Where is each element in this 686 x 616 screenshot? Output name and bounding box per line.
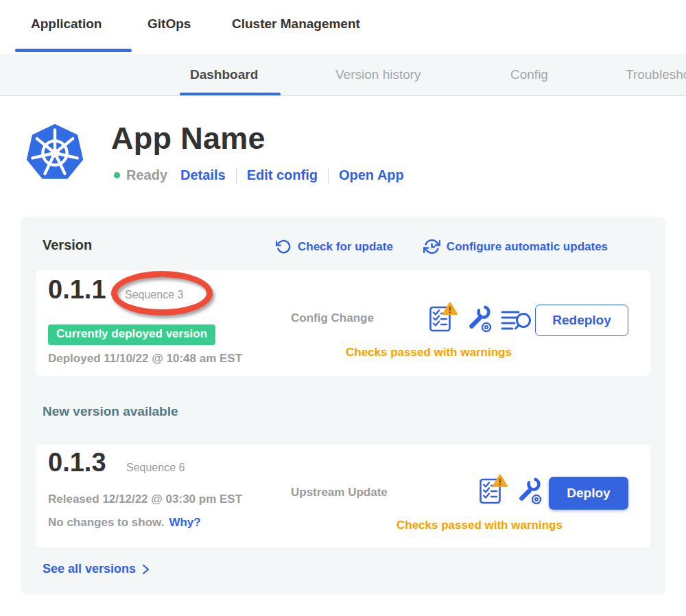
status-dot-icon (114, 172, 120, 178)
active-subtab-underline (180, 93, 281, 96)
config-wrench-icon[interactable] (466, 305, 492, 333)
subnav-tab-version-history[interactable]: Version history (335, 67, 421, 82)
check-for-update-link[interactable]: Check for update (276, 239, 393, 254)
preflight-checks-warning-icon[interactable] (428, 301, 458, 333)
active-tab-underline (15, 49, 132, 52)
new-version-sequence: Sequence 6 (126, 462, 185, 474)
version-panel-title: Version (43, 237, 92, 253)
nav-tab-gitops[interactable]: GitOps (147, 16, 191, 32)
see-all-versions-link[interactable]: See all versions (43, 562, 150, 576)
version-source-label: Upstream Update (291, 486, 388, 499)
current-version-card: 0.1.1 Sequence 3 Currently deployed vers… (36, 270, 650, 376)
current-version-number: 0.1.1 (48, 275, 106, 305)
checks-passed-warnings-text: Checks passed with warnings (346, 346, 512, 359)
configure-automatic-updates-label: Configure automatic updates (447, 240, 608, 254)
new-version-card: 0.1.3 Sequence 6 Released 12/12/22 @ 03:… (36, 445, 650, 547)
kubernetes-logo-icon (25, 121, 85, 185)
configure-automatic-updates-link[interactable]: Configure automatic updates (423, 238, 608, 255)
nav-tab-application[interactable]: Application (31, 16, 102, 32)
refresh-icon (276, 239, 292, 254)
divider (328, 168, 329, 183)
checks-passed-warnings-text: Checks passed with warnings (397, 519, 563, 532)
details-link[interactable]: Details (180, 167, 226, 183)
see-all-versions-label: See all versions (43, 562, 136, 576)
nav-tab-cluster-management[interactable]: Cluster Management (232, 16, 360, 32)
version-source-label: Config Change (291, 311, 374, 325)
auto-update-clock-icon (423, 238, 440, 255)
page-title: App Name (111, 121, 265, 156)
new-version-available-heading: New version available (43, 404, 178, 419)
open-app-link[interactable]: Open App (339, 167, 404, 183)
divider (236, 168, 237, 183)
status-label: Ready (126, 167, 167, 183)
why-link[interactable]: Why? (169, 516, 200, 530)
version-panel: Version Check for update Configure autom… (21, 217, 665, 594)
deployed-timestamp: Deployed 11/10/22 @ 10:48 am EST (48, 352, 242, 366)
deploy-button[interactable]: Deploy (549, 477, 628, 510)
config-wrench-icon[interactable] (517, 477, 542, 506)
current-version-check-icons (428, 301, 532, 333)
no-changes-row: No changes to show. Why? (48, 516, 201, 530)
currently-deployed-badge: Currently deployed version (48, 324, 215, 345)
version-panel-actions: Check for update Configure automatic upd… (276, 238, 608, 255)
subnav-tab-config[interactable]: Config (510, 67, 548, 82)
no-changes-text: No changes to show. (48, 516, 164, 530)
secondary-nav: Dashboard Version history Config Trouble… (0, 54, 686, 96)
primary-nav: Application GitOps Cluster Management (0, 0, 686, 54)
preflight-checks-warning-icon[interactable] (478, 473, 508, 506)
current-version-sequence: Sequence 3 (125, 289, 183, 301)
subnav-tab-dashboard[interactable]: Dashboard (190, 67, 258, 82)
redeploy-button[interactable]: Redeploy (535, 305, 628, 336)
new-version-check-icons (478, 473, 542, 506)
edit-config-link[interactable]: Edit config (247, 167, 318, 183)
subnav-tab-troubleshoot[interactable]: Troubleshoot (626, 67, 686, 82)
check-for-update-label: Check for update (298, 240, 393, 254)
chevron-right-icon (141, 564, 150, 575)
released-timestamp: Released 12/12/22 @ 03:30 pm EST (48, 493, 242, 506)
app-status-row: Ready Details Edit config Open App (114, 167, 404, 183)
view-diff-search-icon[interactable] (501, 309, 532, 333)
new-version-number: 0.1.3 (48, 448, 106, 477)
